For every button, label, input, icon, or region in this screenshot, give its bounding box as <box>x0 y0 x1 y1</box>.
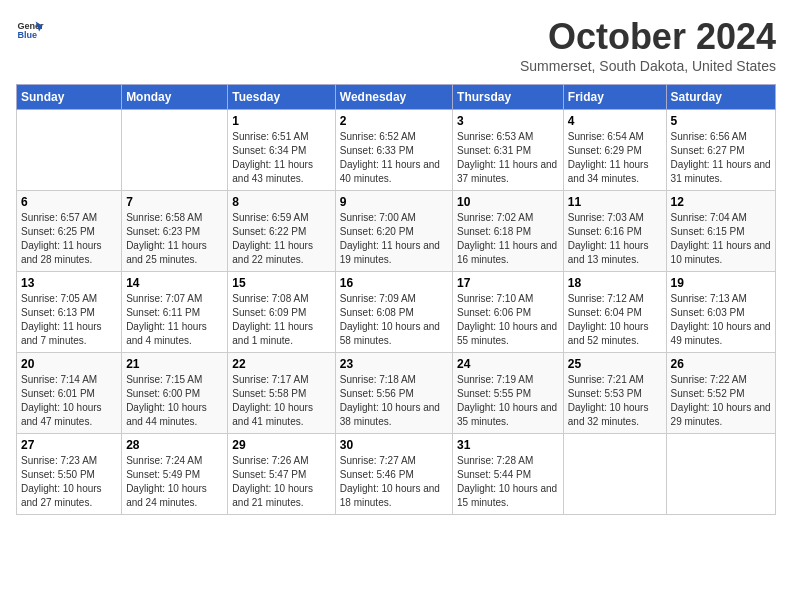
day-number: 6 <box>21 195 117 209</box>
day-cell: 21Sunrise: 7:15 AMSunset: 6:00 PMDayligh… <box>122 353 228 434</box>
day-info: Sunrise: 7:00 AMSunset: 6:20 PMDaylight:… <box>340 212 440 265</box>
day-cell: 10Sunrise: 7:02 AMSunset: 6:18 PMDayligh… <box>453 191 564 272</box>
header-day-wednesday: Wednesday <box>335 85 452 110</box>
logo-icon: General Blue <box>16 16 44 44</box>
header-row: SundayMondayTuesdayWednesdayThursdayFrid… <box>17 85 776 110</box>
day-info: Sunrise: 7:07 AMSunset: 6:11 PMDaylight:… <box>126 293 207 346</box>
logo: General Blue <box>16 16 44 44</box>
day-cell <box>563 434 666 515</box>
day-info: Sunrise: 7:13 AMSunset: 6:03 PMDaylight:… <box>671 293 771 346</box>
day-info: Sunrise: 7:24 AMSunset: 5:49 PMDaylight:… <box>126 455 207 508</box>
day-info: Sunrise: 6:59 AMSunset: 6:22 PMDaylight:… <box>232 212 313 265</box>
week-row-5: 27Sunrise: 7:23 AMSunset: 5:50 PMDayligh… <box>17 434 776 515</box>
day-info: Sunrise: 7:08 AMSunset: 6:09 PMDaylight:… <box>232 293 313 346</box>
header-day-sunday: Sunday <box>17 85 122 110</box>
day-info: Sunrise: 7:04 AMSunset: 6:15 PMDaylight:… <box>671 212 771 265</box>
day-info: Sunrise: 6:56 AMSunset: 6:27 PMDaylight:… <box>671 131 771 184</box>
day-cell: 25Sunrise: 7:21 AMSunset: 5:53 PMDayligh… <box>563 353 666 434</box>
day-number: 25 <box>568 357 662 371</box>
week-row-3: 13Sunrise: 7:05 AMSunset: 6:13 PMDayligh… <box>17 272 776 353</box>
day-cell: 16Sunrise: 7:09 AMSunset: 6:08 PMDayligh… <box>335 272 452 353</box>
title-area: October 2024 Summerset, South Dakota, Un… <box>520 16 776 74</box>
day-info: Sunrise: 7:22 AMSunset: 5:52 PMDaylight:… <box>671 374 771 427</box>
day-info: Sunrise: 7:02 AMSunset: 6:18 PMDaylight:… <box>457 212 557 265</box>
day-info: Sunrise: 7:18 AMSunset: 5:56 PMDaylight:… <box>340 374 440 427</box>
day-number: 28 <box>126 438 223 452</box>
day-number: 14 <box>126 276 223 290</box>
day-cell: 5Sunrise: 6:56 AMSunset: 6:27 PMDaylight… <box>666 110 775 191</box>
day-cell: 30Sunrise: 7:27 AMSunset: 5:46 PMDayligh… <box>335 434 452 515</box>
day-info: Sunrise: 6:53 AMSunset: 6:31 PMDaylight:… <box>457 131 557 184</box>
day-cell: 9Sunrise: 7:00 AMSunset: 6:20 PMDaylight… <box>335 191 452 272</box>
day-number: 21 <box>126 357 223 371</box>
week-row-4: 20Sunrise: 7:14 AMSunset: 6:01 PMDayligh… <box>17 353 776 434</box>
day-number: 15 <box>232 276 330 290</box>
header: General Blue October 2024 Summerset, Sou… <box>16 16 776 74</box>
day-info: Sunrise: 7:14 AMSunset: 6:01 PMDaylight:… <box>21 374 102 427</box>
calendar-body: 1Sunrise: 6:51 AMSunset: 6:34 PMDaylight… <box>17 110 776 515</box>
day-info: Sunrise: 6:52 AMSunset: 6:33 PMDaylight:… <box>340 131 440 184</box>
day-info: Sunrise: 6:51 AMSunset: 6:34 PMDaylight:… <box>232 131 313 184</box>
day-number: 16 <box>340 276 448 290</box>
day-cell: 6Sunrise: 6:57 AMSunset: 6:25 PMDaylight… <box>17 191 122 272</box>
day-info: Sunrise: 7:17 AMSunset: 5:58 PMDaylight:… <box>232 374 313 427</box>
day-info: Sunrise: 6:57 AMSunset: 6:25 PMDaylight:… <box>21 212 102 265</box>
day-cell: 24Sunrise: 7:19 AMSunset: 5:55 PMDayligh… <box>453 353 564 434</box>
header-day-thursday: Thursday <box>453 85 564 110</box>
day-number: 23 <box>340 357 448 371</box>
day-info: Sunrise: 7:05 AMSunset: 6:13 PMDaylight:… <box>21 293 102 346</box>
day-info: Sunrise: 7:26 AMSunset: 5:47 PMDaylight:… <box>232 455 313 508</box>
day-info: Sunrise: 7:27 AMSunset: 5:46 PMDaylight:… <box>340 455 440 508</box>
main-title: October 2024 <box>520 16 776 58</box>
week-row-2: 6Sunrise: 6:57 AMSunset: 6:25 PMDaylight… <box>17 191 776 272</box>
day-cell: 26Sunrise: 7:22 AMSunset: 5:52 PMDayligh… <box>666 353 775 434</box>
day-info: Sunrise: 6:54 AMSunset: 6:29 PMDaylight:… <box>568 131 649 184</box>
day-number: 10 <box>457 195 559 209</box>
day-number: 27 <box>21 438 117 452</box>
day-info: Sunrise: 6:58 AMSunset: 6:23 PMDaylight:… <box>126 212 207 265</box>
day-number: 13 <box>21 276 117 290</box>
day-cell: 20Sunrise: 7:14 AMSunset: 6:01 PMDayligh… <box>17 353 122 434</box>
day-cell: 27Sunrise: 7:23 AMSunset: 5:50 PMDayligh… <box>17 434 122 515</box>
day-info: Sunrise: 7:23 AMSunset: 5:50 PMDaylight:… <box>21 455 102 508</box>
day-number: 24 <box>457 357 559 371</box>
day-number: 8 <box>232 195 330 209</box>
day-number: 12 <box>671 195 771 209</box>
day-cell: 13Sunrise: 7:05 AMSunset: 6:13 PMDayligh… <box>17 272 122 353</box>
day-number: 1 <box>232 114 330 128</box>
day-number: 26 <box>671 357 771 371</box>
day-number: 9 <box>340 195 448 209</box>
day-number: 18 <box>568 276 662 290</box>
svg-text:Blue: Blue <box>17 30 37 40</box>
day-number: 19 <box>671 276 771 290</box>
day-info: Sunrise: 7:15 AMSunset: 6:00 PMDaylight:… <box>126 374 207 427</box>
day-number: 2 <box>340 114 448 128</box>
day-cell: 18Sunrise: 7:12 AMSunset: 6:04 PMDayligh… <box>563 272 666 353</box>
day-cell: 15Sunrise: 7:08 AMSunset: 6:09 PMDayligh… <box>228 272 335 353</box>
day-number: 4 <box>568 114 662 128</box>
day-number: 31 <box>457 438 559 452</box>
day-cell: 12Sunrise: 7:04 AMSunset: 6:15 PMDayligh… <box>666 191 775 272</box>
day-cell: 28Sunrise: 7:24 AMSunset: 5:49 PMDayligh… <box>122 434 228 515</box>
day-cell: 1Sunrise: 6:51 AMSunset: 6:34 PMDaylight… <box>228 110 335 191</box>
day-cell <box>666 434 775 515</box>
day-number: 7 <box>126 195 223 209</box>
day-cell <box>17 110 122 191</box>
day-cell: 22Sunrise: 7:17 AMSunset: 5:58 PMDayligh… <box>228 353 335 434</box>
header-day-saturday: Saturday <box>666 85 775 110</box>
day-info: Sunrise: 7:03 AMSunset: 6:16 PMDaylight:… <box>568 212 649 265</box>
header-day-tuesday: Tuesday <box>228 85 335 110</box>
day-cell: 11Sunrise: 7:03 AMSunset: 6:16 PMDayligh… <box>563 191 666 272</box>
day-cell: 7Sunrise: 6:58 AMSunset: 6:23 PMDaylight… <box>122 191 228 272</box>
subtitle: Summerset, South Dakota, United States <box>520 58 776 74</box>
calendar-header: SundayMondayTuesdayWednesdayThursdayFrid… <box>17 85 776 110</box>
header-day-monday: Monday <box>122 85 228 110</box>
day-cell: 29Sunrise: 7:26 AMSunset: 5:47 PMDayligh… <box>228 434 335 515</box>
header-day-friday: Friday <box>563 85 666 110</box>
day-cell: 17Sunrise: 7:10 AMSunset: 6:06 PMDayligh… <box>453 272 564 353</box>
week-row-1: 1Sunrise: 6:51 AMSunset: 6:34 PMDaylight… <box>17 110 776 191</box>
day-info: Sunrise: 7:12 AMSunset: 6:04 PMDaylight:… <box>568 293 649 346</box>
day-info: Sunrise: 7:10 AMSunset: 6:06 PMDaylight:… <box>457 293 557 346</box>
day-cell: 3Sunrise: 6:53 AMSunset: 6:31 PMDaylight… <box>453 110 564 191</box>
day-number: 30 <box>340 438 448 452</box>
